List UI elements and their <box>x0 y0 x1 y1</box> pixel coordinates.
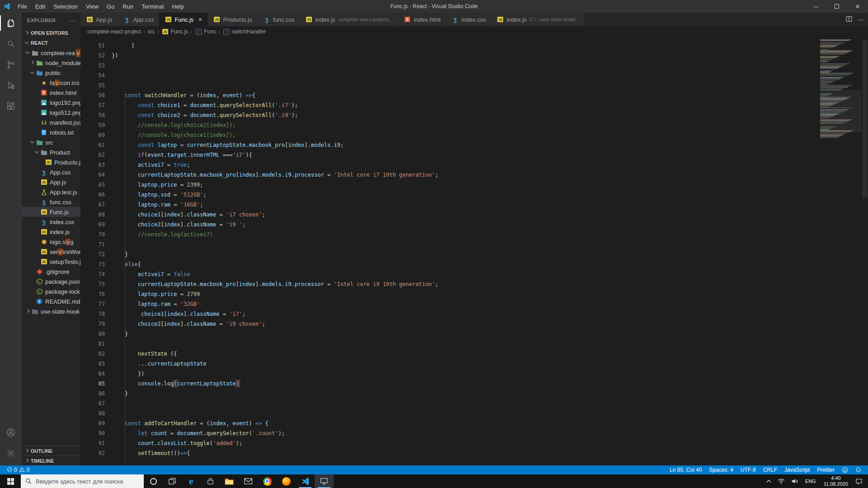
vscode-icon[interactable] <box>296 474 315 488</box>
tree-item-setupTests.js[interactable]: JSsetupTests.js <box>22 257 80 267</box>
tree-item-complete-react-p[interactable]: complete-react-pv <box>22 48 80 58</box>
menu-run[interactable]: Run <box>118 0 137 13</box>
menu-selection[interactable]: Selection <box>49 0 81 13</box>
explorer-icon[interactable] <box>0 13 22 33</box>
problems-indicator[interactable]: 0 0 <box>5 467 32 474</box>
tree-item-logo192.png[interactable]: logo192.png <box>22 98 80 108</box>
close-button[interactable]: ✕ <box>847 0 868 13</box>
tree-item-README.md[interactable]: iREADME.md <box>22 296 80 306</box>
menu-go[interactable]: Go <box>103 0 118 13</box>
minimize-button[interactable]: ─ <box>806 0 826 13</box>
section-react-root[interactable]: REACT <box>22 38 80 48</box>
tree-item-node_modules[interactable]: node_modules <box>22 58 80 68</box>
tab-App.js[interactable]: JSApp.js <box>80 13 118 26</box>
menu-terminal[interactable]: Terminal <box>137 0 168 13</box>
tree-item-robots.txt[interactable]: robots.txt <box>22 127 80 137</box>
store-icon[interactable] <box>201 474 220 488</box>
tab-Func.js[interactable]: JSFunc.js✕ <box>159 13 208 26</box>
minimap-slider[interactable] <box>820 90 862 132</box>
clock[interactable]: 4:40 11.08.2020 <box>820 475 852 487</box>
tree-item-App.js[interactable]: JSApp.js <box>22 177 80 187</box>
tree-item-logo.svg[interactable]: logo.svg <box>22 237 80 247</box>
chrome-icon[interactable] <box>258 474 277 488</box>
tree-item-index.js[interactable]: JSindex.js <box>22 227 80 237</box>
breadcrumb-item-src[interactable]: src <box>147 28 155 35</box>
tree-item-Products.js[interactable]: JSProducts.js <box>22 157 80 167</box>
tree-item-public[interactable]: public <box>22 68 80 78</box>
account-icon[interactable] <box>0 422 22 443</box>
extensions-icon[interactable] <box>0 96 22 117</box>
edge-icon[interactable]: e <box>182 474 201 488</box>
split-editor-icon[interactable] <box>846 16 852 23</box>
tree-item-src[interactable]: src <box>22 137 80 147</box>
menu-edit[interactable]: Edit <box>31 0 49 13</box>
tree-item-package.json[interactable]: jspackage.json <box>22 277 80 286</box>
scrollbar[interactable] <box>862 37 868 465</box>
indentation[interactable]: Spaces: 4 <box>707 467 736 473</box>
menu-file[interactable]: File <box>14 0 31 13</box>
tab-index.js[interactable]: JSindex.jsC:\...\use-state-hook\... <box>491 13 585 26</box>
tree-item-Product[interactable]: Product <box>22 147 80 157</box>
tree-item-index.css[interactable]: ʒindex.css <box>22 217 80 227</box>
tree-item-use-state-hook[interactable]: use-state-hook <box>22 306 80 316</box>
formatter[interactable]: Prettier <box>815 467 837 473</box>
start-button[interactable] <box>0 474 21 488</box>
mail-icon[interactable] <box>239 474 258 488</box>
taskbar-search-input[interactable]: Введите здесь текст для поиска <box>21 474 144 488</box>
search-icon[interactable] <box>0 33 22 54</box>
tree-item-package-lock.json[interactable]: jspackage-lock.json <box>22 286 80 296</box>
tab-func.css[interactable]: ʒfunc.css <box>258 13 300 26</box>
menu-view[interactable]: View <box>82 0 103 13</box>
task-view-button[interactable] <box>163 474 182 488</box>
notifications-bell-icon[interactable] <box>853 467 863 473</box>
breadcrumb-item-Func[interactable]: ƒFunc <box>194 28 216 35</box>
more-actions-icon[interactable]: ··· <box>70 17 77 24</box>
code-line: 90 let count = document.querySelector('.… <box>80 428 868 438</box>
source-control-icon[interactable] <box>0 54 22 75</box>
tree-item-serviceWorker.js[interactable]: JSserviceWorker.js <box>22 247 80 257</box>
breadcrumb-item-Func.js[interactable]: JSFunc.js <box>161 28 188 35</box>
tab-Products.js[interactable]: JSProducts.js <box>208 13 258 26</box>
tab-index.js[interactable]: JSindex.jscomplete-react-project\... <box>300 13 399 26</box>
settings-gear-icon[interactable] <box>0 443 22 464</box>
eol[interactable]: CRLF <box>761 467 779 473</box>
tree-item-logo512.png[interactable]: logo512.png <box>22 108 80 117</box>
tree-item-manifest.json[interactable]: {..}manifest.json <box>22 117 80 127</box>
tab-index.html[interactable]: 5index.html <box>398 13 446 26</box>
close-icon[interactable]: ✕ <box>198 17 202 23</box>
feedback-smiley-icon[interactable] <box>840 467 850 473</box>
volume-icon[interactable] <box>788 474 802 488</box>
section-outline[interactable]: OUTLINE <box>22 446 80 455</box>
error-icon <box>7 467 12 474</box>
section-open-editors[interactable]: OPEN EDITORS <box>22 28 80 38</box>
encoding[interactable]: UTF-8 <box>738 467 758 473</box>
network-icon[interactable] <box>774 474 788 488</box>
code-editor[interactable]: 51 ]52})53545556 const switchHandler = (… <box>80 37 868 465</box>
maximize-button[interactable] <box>826 0 847 13</box>
tab-index.css[interactable]: ʒindex.css <box>446 13 491 26</box>
menu-help[interactable]: Help <box>168 0 188 13</box>
tree-item-func.css[interactable]: ʒfunc.css <box>22 197 80 207</box>
tree-item-Func.js[interactable]: JSFunc.js <box>22 207 80 217</box>
tree-item-App.css[interactable]: ʒApp.css <box>22 167 80 177</box>
cursor-position[interactable]: Ln 85, Col 40 <box>667 467 704 473</box>
app-window-icon[interactable] <box>315 474 334 488</box>
breadcrumb-item-switchHandler[interactable]: ƒswitchHandler <box>222 28 266 35</box>
run-debug-icon[interactable] <box>0 75 22 96</box>
language-indicator[interactable]: ENG <box>802 479 820 484</box>
cortana-button[interactable] <box>144 474 163 488</box>
tree-item-index.html[interactable]: 5index.html <box>22 88 80 98</box>
tree-item-.gitignore[interactable]: .gitignore <box>22 267 80 277</box>
section-timeline[interactable]: TIMELINE <box>22 455 80 465</box>
file-explorer-icon[interactable] <box>220 474 239 488</box>
tab-App.css[interactable]: ʒApp.css <box>118 13 159 26</box>
tree-item-favicon.ico[interactable]: ★favicon.ico <box>22 78 80 88</box>
breadcrumb-item-complete-react-project[interactable]: complete-react-project <box>87 28 141 35</box>
firefox-icon[interactable] <box>277 474 296 488</box>
code-line: 69 choice2[index].className = 'i9 '; <box>80 220 868 230</box>
more-actions-icon[interactable]: ⋯ <box>858 16 863 23</box>
notification-center-icon[interactable] <box>852 474 866 488</box>
language-mode[interactable]: JavaScript <box>782 467 812 473</box>
tree-item-App.test.js[interactable]: App.test.js <box>22 187 80 197</box>
hidden-icons-chevron[interactable] <box>763 474 774 488</box>
